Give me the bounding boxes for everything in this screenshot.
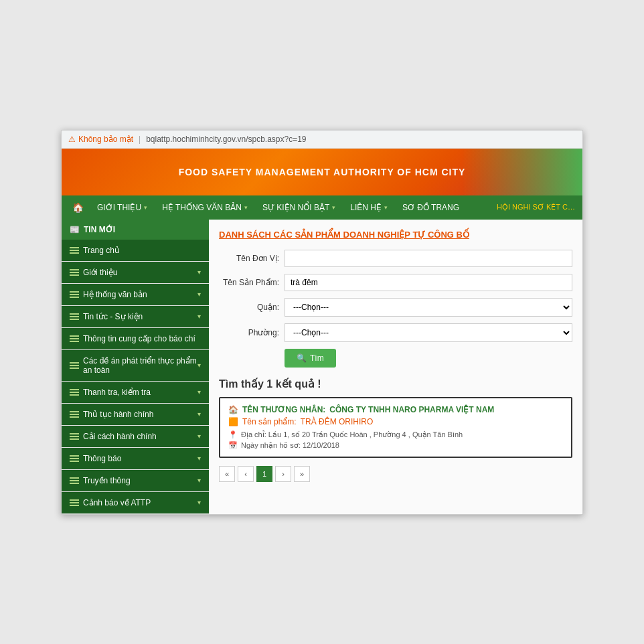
chevron-right-icon: ▾ (197, 410, 201, 418)
security-warning: ⚠ Không bảo mật (68, 135, 133, 144)
input-san-pham[interactable] (285, 274, 572, 291)
sidebar-label: Cảnh báo về ATTP (83, 498, 151, 507)
product-icon: 🟧 (228, 417, 238, 426)
search-button[interactable]: 🔍 Tìm (285, 349, 336, 368)
sidebar-item-thong-tin-bao-chi[interactable]: Thông tin cung cấp cho báo chí (62, 328, 209, 350)
sidebar-label: Thông báo (83, 454, 121, 463)
search-icon: 🔍 (297, 353, 307, 363)
news-ticker: HỘI NGHI SƠ KẾT CÔNG TÁC ĐẢM BẢO AN T... (497, 203, 577, 212)
sidebar-item-gioi-thieu[interactable]: Giới thiệu ▾ (62, 262, 209, 284)
menu-icon (70, 411, 79, 418)
sidebar-label: Tin tức - Sự kiện (83, 312, 143, 321)
main-layout: 📰 TIN MỚI Trang chủ Giới thiệu ▾ (62, 220, 582, 514)
chevron-down-icon: ▾ (244, 204, 248, 211)
label-quan: Quận: (219, 303, 279, 312)
sidebar-item-tin-tuc[interactable]: Tin tức - Sự kiện ▾ (62, 306, 209, 328)
top-nav: 🏠 GIỚI THIỆU ▾ HỆ THỐNG VĂN BẢN ▾ SỰ KIỆ… (62, 195, 582, 220)
sidebar-label: Thông tin cung cấp cho báo chí (83, 334, 195, 343)
label-phuong: Phường: (219, 328, 279, 337)
site-title: FOOD SAFETY MANAGEMENT AUTHORITY OF HCM … (179, 167, 466, 177)
sidebar-item-trang-chu[interactable]: Trang chủ (62, 240, 209, 262)
page-last-button[interactable]: » (294, 466, 310, 482)
sidebar-tin-moi: 📰 TIN MỚI (62, 220, 209, 240)
sidebar-label: Cải cách hành chính (83, 432, 157, 441)
sidebar-item-thu-tuc[interactable]: Thủ tục hành chính ▾ (62, 404, 209, 426)
home-nav-icon[interactable]: 🏠 (67, 202, 89, 213)
form-group-san-pham: Tên Sản Phẩm: (219, 274, 572, 291)
page-next-button[interactable]: › (275, 466, 291, 482)
nav-label: HỆ THỐNG VĂN BẢN (162, 203, 242, 212)
label-san-pham: Tên Sản Phẩm: (219, 278, 279, 287)
url-bar[interactable]: bqlattp.hochiminhcity.gov.vn/spcb.aspx?c… (146, 135, 306, 144)
chevron-down-icon: ▾ (332, 204, 335, 211)
chevron-right-icon: ▾ (197, 313, 201, 320)
chevron-right-icon: ▾ (197, 291, 201, 298)
sidebar-item-canh-bao[interactable]: Cảnh báo về ATTP ▾ (62, 492, 209, 514)
pagination: « ‹ 1 › » (219, 466, 572, 482)
chevron-right-icon: ▾ (197, 499, 201, 506)
menu-icon (70, 499, 79, 506)
page-prev-button[interactable]: ‹ (238, 466, 254, 482)
nav-label: LIÊN HỆ (350, 203, 382, 212)
browser-window: ⚠ Không bảo mật | bqlattp.hochiminhcity.… (61, 130, 583, 515)
sidebar-label: Hệ thống văn bản (83, 290, 147, 299)
tin-moi-label: TIN MỚI (84, 225, 115, 234)
sidebar-item-he-thong-van-ban[interactable]: Hệ thống văn bản ▾ (62, 284, 209, 306)
select-quan[interactable]: ---Chọn--- (285, 298, 572, 317)
header-decoration (462, 149, 582, 195)
sidebar-item-thong-bao[interactable]: Thông báo ▾ (62, 448, 209, 470)
merchant-name: 🏠 TÊN THƯƠNG NHÂN: CÔNG TY TNHH NARO PHA… (228, 405, 563, 414)
product-value: TRÀ ĐÊM ORIHIRO (301, 417, 374, 426)
sidebar-label: Trang chủ (83, 246, 120, 255)
sidebar-item-cai-cach[interactable]: Cải cách hành chính ▾ (62, 426, 209, 448)
sidebar-label: Các đề án phát triển thực phẩm an toàn (83, 356, 197, 375)
result-count: Tìm thấy 1 kết quả ! (219, 378, 572, 390)
menu-icon (70, 389, 79, 396)
input-don-vi[interactable] (285, 250, 572, 267)
nav-item-he-thong-van-ban[interactable]: HỆ THỐNG VĂN BẢN ▾ (155, 195, 254, 220)
page-current-button[interactable]: 1 (256, 466, 272, 482)
menu-icon (70, 433, 79, 440)
security-warning-text: Không bảo mật (78, 135, 133, 144)
sidebar-item-truyen-thong[interactable]: Truyền thông ▾ (62, 470, 209, 492)
nav-item-so-do-trang[interactable]: SƠ ĐỒ TRANG (396, 195, 466, 220)
nav-item-su-kien[interactable]: SỰ KIỆN NỔI BẬT ▾ (256, 195, 342, 220)
sidebar-item-de-an[interactable]: Các đề án phát triển thực phẩm an toàn ▾ (62, 350, 209, 382)
date-text: Ngày nhận hồ sơ: 12/10/2018 (241, 441, 339, 450)
section-title: DANH SÁCH CÁC SẢN PHẨM DOANH NGHIỆP TỰ C… (219, 230, 572, 240)
chevron-right-icon: ▾ (197, 432, 201, 440)
product-label: Tên sản phẩm: (242, 417, 297, 426)
home-icon: 🏠 (228, 405, 238, 414)
warning-icon: ⚠ (68, 135, 76, 144)
sidebar-item-thanh-tra[interactable]: Thanh tra, kiểm tra ▾ (62, 382, 209, 404)
nav-label: SỰ KIỆN NỔI BẬT (262, 203, 329, 212)
chevron-down-icon: ▾ (144, 204, 147, 211)
sidebar-label: Thủ tục hành chính (83, 410, 153, 419)
merchant-value: CÔNG TY TNHH NARO PHARMA VIỆT NAM (329, 405, 494, 414)
menu-icon (70, 269, 79, 276)
address-bar: ⚠ Không bảo mật | bqlattp.hochiminhcity.… (62, 131, 582, 149)
chevron-right-icon: ▾ (197, 455, 201, 462)
sidebar-label: Giới thiệu (83, 268, 117, 277)
nav-label: SƠ ĐỒ TRANG (402, 203, 459, 212)
calendar-icon: 📅 (228, 441, 238, 450)
result-card[interactable]: 🏠 TÊN THƯƠNG NHÂN: CÔNG TY TNHH NARO PHA… (219, 397, 572, 458)
location-icon: 📍 (228, 430, 238, 439)
search-button-label: Tìm (310, 353, 324, 363)
main-content: DANH SÁCH CÁC SẢN PHẨM DOANH NGHIỆP TỰ C… (209, 220, 582, 514)
menu-icon (70, 335, 79, 342)
sidebar-label: Truyền thông (83, 476, 131, 485)
nav-item-lien-he[interactable]: LIÊN HỆ ▾ (343, 195, 394, 220)
sidebar: 📰 TIN MỚI Trang chủ Giới thiệu ▾ (62, 220, 209, 514)
chevron-right-icon: ▾ (197, 361, 201, 369)
menu-icon (70, 291, 79, 298)
menu-icon (70, 362, 79, 369)
site-header: FOOD SAFETY MANAGEMENT AUTHORITY OF HCM … (62, 149, 582, 195)
newspaper-icon: 📰 (70, 225, 80, 234)
select-phuong[interactable]: ---Chọn--- (285, 323, 572, 342)
result-date: 📅 Ngày nhận hồ sơ: 12/10/2018 (228, 441, 563, 450)
page-first-button[interactable]: « (219, 466, 235, 482)
nav-item-gioi-thieu[interactable]: GIỚI THIỆU ▾ (90, 195, 154, 220)
label-don-vi: Tên Đơn Vị: (219, 254, 279, 263)
chevron-right-icon: ▾ (197, 388, 201, 396)
